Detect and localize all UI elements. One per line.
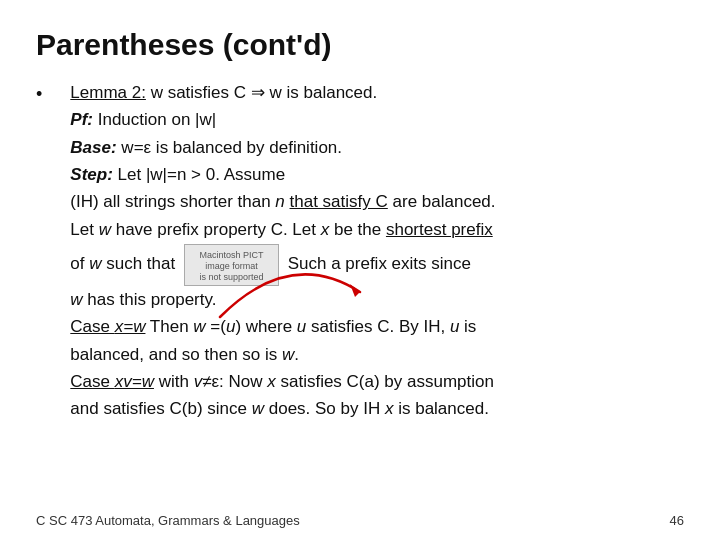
slide-footer: C SC 473 Automata, Grammars & Languages …	[36, 513, 684, 528]
case2-label: Case xv=w	[70, 372, 154, 391]
lemma-item: • Lemma 2: w satisfies C ⇒ w is balanced…	[36, 80, 684, 424]
let-line: Let w have prefix property C. Let x be t…	[70, 217, 495, 243]
lemma-label: Lemma 2:	[70, 83, 146, 102]
ih-text: (IH) all strings shorter than n that sat…	[70, 192, 495, 211]
base-text: w=ε is balanced by definition.	[117, 138, 342, 157]
base-line: Base: w=ε is balanced by definition.	[70, 135, 495, 161]
lemma-text: w satisfies C ⇒ w is balanced.	[146, 83, 377, 102]
case1-label: Case x=w	[70, 317, 145, 336]
step-line: Step: Let |w|=n > 0. Assume	[70, 162, 495, 188]
lemma-block: Lemma 2: w satisfies C ⇒ w is balanced. …	[70, 80, 495, 424]
let-text: Let w have prefix property C. Let x be t…	[70, 220, 492, 239]
slide: Parentheses (cont'd) • Lemma 2: w satisf…	[0, 0, 720, 540]
such-suffix: Such a prefix exits since	[283, 255, 471, 274]
pf-label: Pf:	[70, 110, 93, 129]
of-such-text: of w such that	[70, 255, 180, 274]
footer-left: C SC 473 Automata, Grammars & Languages	[36, 513, 300, 528]
case2-line: Case xv=w with v≠ε: Now x satisfies C(a)…	[70, 369, 495, 395]
case1-text2: balanced, and so then so is w.	[70, 345, 299, 364]
case2-text2: and satisfies C(b) since w does. So by I…	[70, 399, 489, 418]
w-prop-line: w has this property.	[70, 287, 495, 313]
step-text: Let |w|=n > 0. Assume	[113, 165, 285, 184]
case1-text: Then w =(u) where u satisfies C. By IH, …	[145, 317, 476, 336]
case1-line: Case x=w Then w =(u) where u satisfies C…	[70, 314, 495, 340]
bullet-point: •	[36, 81, 42, 109]
slide-title: Parentheses (cont'd)	[36, 28, 684, 62]
lemma-line: Lemma 2: w satisfies C ⇒ w is balanced.	[70, 80, 495, 106]
case2-line2: and satisfies C(b) since w does. So by I…	[70, 396, 495, 422]
pict-image: Macintosh PICTimage formatis not support…	[184, 244, 279, 286]
slide-content: • Lemma 2: w satisfies C ⇒ w is balanced…	[36, 80, 684, 424]
case1-line2: balanced, and so then so is w.	[70, 342, 495, 368]
w-prop-text: w has this property.	[70, 290, 216, 309]
case2-text: with v≠ε: Now x satisfies C(a) by assump…	[154, 372, 494, 391]
step-label: Step:	[70, 165, 113, 184]
pf-text: Induction on |w|	[93, 110, 216, 129]
footer-right: 46	[670, 513, 684, 528]
base-label: Base:	[70, 138, 116, 157]
ih-line: (IH) all strings shorter than n that sat…	[70, 189, 495, 215]
of-such-line: of w such that Macintosh PICTimage forma…	[70, 244, 495, 286]
pf-line: Pf: Induction on |w|	[70, 107, 495, 133]
